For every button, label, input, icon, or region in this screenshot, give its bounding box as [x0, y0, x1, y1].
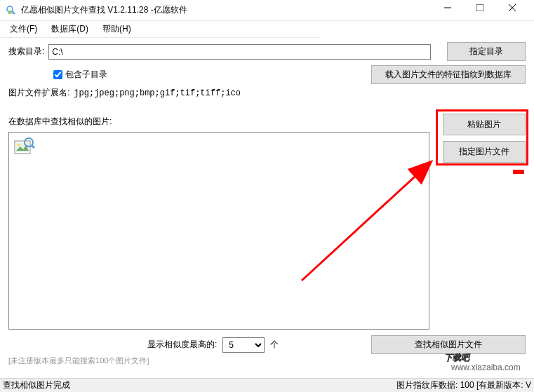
minimize-button[interactable] [432, 0, 464, 18]
menubar: 文件(F) 数据库(D) 帮助(H) [0, 21, 321, 38]
right-buttons-group: 粘贴图片 指定图片文件 [443, 114, 526, 163]
svg-line-11 [32, 145, 34, 148]
app-icon [6, 5, 17, 16]
show-top-label: 显示相似度最高的: [147, 339, 217, 351]
content-area: 搜索目录: 指定目录 包含子目录 载入图片文件的特征指纹到数据库 图片文件扩展名… [0, 38, 534, 374]
include-subdir-label: 包含子目录 [65, 69, 107, 81]
close-button[interactable] [496, 0, 528, 18]
specify-image-file-button[interactable]: 指定图片文件 [443, 141, 526, 163]
count-select[interactable]: 5 [222, 337, 265, 353]
include-subdir-checkbox[interactable] [53, 70, 62, 79]
window-title: 亿愿相似图片文件查找 V1.2.11.28 -亿愿软件 [21, 4, 432, 16]
annotation-red-mark [513, 170, 524, 174]
menu-database[interactable]: 数据库(D) [44, 21, 95, 37]
specify-dir-button[interactable]: 指定目录 [447, 42, 526, 61]
ext-label: 图片文件扩展名: [8, 87, 69, 99]
menu-file[interactable]: 文件(F) [3, 21, 44, 37]
menu-help[interactable]: 帮助(H) [95, 21, 138, 37]
window-controls [432, 3, 528, 18]
ext-row: 图片文件扩展名: jpg;jpeg;png;bmp;gif;tif;tiff;i… [8, 87, 526, 99]
search-dir-label: 搜索目录: [8, 46, 44, 58]
svg-point-9 [18, 144, 20, 147]
status-left: 查找相似图片完成 [3, 379, 396, 391]
maximize-button[interactable] [464, 0, 496, 18]
subdir-row: 包含子目录 载入图片文件的特征指纹到数据库 [8, 65, 526, 84]
image-placeholder-icon [13, 151, 36, 161]
watermark: 下载吧 www.xiazaiba.com [430, 341, 528, 375]
svg-rect-2 [8, 11, 12, 14]
status-right: 图片指纹库数据: 100 [有最新版本: V [396, 379, 531, 391]
similar-section-label: 在数据库中查找相似的图片: [8, 116, 112, 128]
search-dir-row: 搜索目录: 指定目录 [8, 42, 526, 61]
watermark-text: 下载吧 [444, 353, 471, 363]
load-fingerprint-button[interactable]: 载入图片文件的特征指纹到数据库 [371, 65, 526, 84]
watermark-url: www.xiazaiba.com [450, 363, 521, 372]
paste-image-button[interactable]: 粘贴图片 [443, 114, 526, 135]
svg-line-1 [12, 11, 15, 14]
ext-value: jpg;jpeg;png;bmp;gif;tif;tiff;ico [74, 88, 241, 98]
statusbar: 查找相似图片完成 图片指纹库数据: 100 [有最新版本: V [0, 378, 534, 392]
titlebar: 亿愿相似图片文件查找 V1.2.11.28 -亿愿软件 [0, 0, 534, 21]
unregistered-note: [未注册版本最多只能搜索100个图片文件] [8, 356, 149, 366]
image-preview-area[interactable] [8, 132, 429, 330]
svg-rect-4 [476, 4, 483, 11]
count-unit: 个 [270, 339, 279, 351]
search-dir-input[interactable] [48, 44, 431, 60]
include-subdir-checkbox-wrap[interactable]: 包含子目录 [53, 69, 107, 81]
